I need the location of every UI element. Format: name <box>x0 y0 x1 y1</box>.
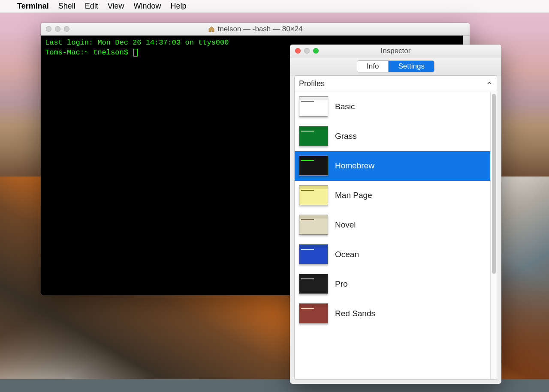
minimize-button[interactable] <box>304 48 310 54</box>
profile-name: Grass <box>335 132 357 141</box>
profile-row-homebrew[interactable]: Homebrew <box>295 151 497 181</box>
profile-thumbnail <box>299 244 328 264</box>
profile-accent <box>301 101 314 102</box>
home-folder-icon <box>208 26 215 33</box>
profile-row-basic[interactable]: Basic <box>295 92 497 122</box>
terminal-traffic-lights <box>41 26 69 32</box>
tab-settings[interactable]: Settings <box>389 61 434 72</box>
profile-name: Red Sands <box>335 309 375 318</box>
profile-name: Novel <box>335 220 356 230</box>
profile-row-man-page[interactable]: Man Page <box>295 181 497 210</box>
menubar-item-shell[interactable]: Shell <box>58 2 75 11</box>
terminal-title-text: tnelson — -bash — 80×24 <box>218 25 303 33</box>
profile-row-novel[interactable]: Novel <box>295 210 497 240</box>
profile-thumbnail <box>299 156 328 176</box>
profile-row-pro[interactable]: Pro <box>295 269 497 299</box>
profile-accent <box>301 249 314 250</box>
profile-name: Pro <box>335 279 348 289</box>
menubar-app[interactable]: Terminal <box>17 2 49 11</box>
profile-accent <box>301 131 314 132</box>
inspector-title: Inspector <box>290 47 501 55</box>
profile-name: Homebrew <box>335 161 374 171</box>
menubar-item-help[interactable]: Help <box>170 2 186 11</box>
profile-thumbnail <box>299 274 328 294</box>
inspector-titlebar[interactable]: Inspector <box>290 45 501 57</box>
inspector-tabs: Info Settings <box>357 60 434 72</box>
inspector-title-text: Inspector <box>381 47 411 55</box>
profiles-section-header[interactable]: Profiles <box>295 76 497 92</box>
profile-name: Man Page <box>335 191 372 200</box>
profile-accent <box>301 308 314 309</box>
profile-row-grass[interactable]: Grass <box>295 122 497 151</box>
minimize-button[interactable] <box>55 26 60 32</box>
inspector-traffic-lights <box>290 48 319 54</box>
terminal-titlebar[interactable]: tnelson — -bash — 80×24 <box>41 23 470 36</box>
profile-accent <box>301 160 314 161</box>
profile-thumbnail <box>299 215 328 235</box>
zoom-button[interactable] <box>313 48 319 54</box>
zoom-button[interactable] <box>64 26 69 32</box>
profile-thumbnail <box>299 303 328 323</box>
terminal-cursor <box>133 49 138 57</box>
inspector-toolbar: Info Settings <box>290 57 501 75</box>
profile-accent <box>301 190 314 191</box>
inspector-window: Inspector Info Settings Profiles BasicGr… <box>290 45 501 384</box>
menubar-item-edit[interactable]: Edit <box>85 2 98 11</box>
chevron-up-icon <box>486 79 492 88</box>
profile-name: Ocean <box>335 250 359 259</box>
menubar: Terminal Shell Edit View Window Help <box>0 0 549 13</box>
inspector-content: Profiles BasicGrassHomebrewMan PageNovel… <box>294 75 497 380</box>
profile-accent <box>301 278 314 279</box>
close-button[interactable] <box>295 48 301 54</box>
profile-thumbnail <box>299 126 328 146</box>
scrollbar-thumb[interactable] <box>492 94 496 274</box>
profiles-label: Profiles <box>299 79 325 88</box>
terminal-title: tnelson — -bash — 80×24 <box>41 25 470 33</box>
terminal-prompt: Toms-Mac:~ tnelson$ <box>45 48 133 57</box>
tab-info[interactable]: Info <box>357 61 389 72</box>
menubar-item-view[interactable]: View <box>108 2 124 11</box>
profiles-scrollbar[interactable] <box>490 92 497 379</box>
profile-thumbnail <box>299 185 328 205</box>
menubar-item-window[interactable]: Window <box>133 2 161 11</box>
profile-accent <box>301 219 314 220</box>
profile-name: Basic <box>335 102 355 111</box>
profile-row-ocean[interactable]: Ocean <box>295 240 497 269</box>
profile-thumbnail <box>299 96 328 117</box>
close-button[interactable] <box>46 26 51 32</box>
profiles-list[interactable]: BasicGrassHomebrewMan PageNovelOceanProR… <box>295 92 497 379</box>
profile-row-red-sands[interactable]: Red Sands <box>295 299 497 329</box>
